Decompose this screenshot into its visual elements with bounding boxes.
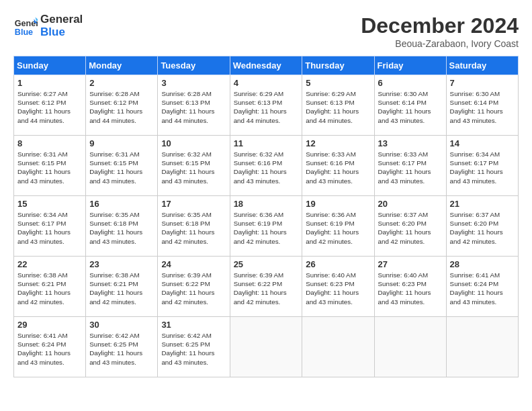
- calendar-cell: 7Sunrise: 6:30 AMSunset: 6:14 PMDaylight…: [446, 75, 518, 136]
- week-row-3: 15Sunrise: 6:34 AMSunset: 6:17 PMDayligh…: [14, 196, 519, 257]
- day-number: 31: [161, 320, 226, 330]
- calendar-cell: 9Sunrise: 6:31 AMSunset: 6:15 PMDaylight…: [86, 136, 158, 196]
- day-info: Sunrise: 6:35 AMSunset: 6:18 PMDaylight:…: [161, 210, 226, 246]
- day-info: Sunrise: 6:42 AMSunset: 6:25 PMDaylight:…: [161, 331, 226, 367]
- calendar-cell: 18Sunrise: 6:36 AMSunset: 6:19 PMDayligh…: [230, 196, 302, 257]
- calendar-cell: 8Sunrise: 6:31 AMSunset: 6:15 PMDaylight…: [14, 136, 86, 196]
- calendar-cell: 1Sunrise: 6:27 AMSunset: 6:12 PMDaylight…: [14, 75, 86, 136]
- day-number: 12: [306, 138, 370, 148]
- col-header-friday: Friday: [374, 56, 446, 75]
- calendar-cell: 15Sunrise: 6:34 AMSunset: 6:17 PMDayligh…: [14, 196, 86, 257]
- calendar-cell: 27Sunrise: 6:40 AMSunset: 6:23 PMDayligh…: [374, 257, 446, 317]
- calendar-cell: 12Sunrise: 6:33 AMSunset: 6:16 PMDayligh…: [302, 136, 374, 196]
- day-info: Sunrise: 6:32 AMSunset: 6:16 PMDaylight:…: [234, 150, 299, 185]
- day-info: Sunrise: 6:40 AMSunset: 6:23 PMDaylight:…: [378, 271, 443, 306]
- col-header-thursday: Thursday: [302, 56, 374, 75]
- day-info: Sunrise: 6:38 AMSunset: 6:21 PMDaylight:…: [17, 271, 82, 306]
- day-number: 17: [161, 199, 226, 209]
- calendar-cell: 19Sunrise: 6:36 AMSunset: 6:19 PMDayligh…: [302, 196, 374, 257]
- day-number: 6: [378, 78, 443, 88]
- day-info: Sunrise: 6:30 AMSunset: 6:14 PMDaylight:…: [378, 89, 443, 125]
- calendar-cell: 14Sunrise: 6:34 AMSunset: 6:17 PMDayligh…: [446, 136, 518, 196]
- calendar-cell: [446, 317, 518, 377]
- col-header-saturday: Saturday: [446, 56, 518, 75]
- day-info: Sunrise: 6:37 AMSunset: 6:20 PMDaylight:…: [450, 210, 515, 246]
- day-number: 3: [161, 78, 226, 88]
- day-info: Sunrise: 6:36 AMSunset: 6:19 PMDaylight:…: [306, 210, 370, 246]
- calendar-cell: 2Sunrise: 6:28 AMSunset: 6:12 PMDaylight…: [86, 75, 158, 136]
- calendar-cell: 3Sunrise: 6:28 AMSunset: 6:13 PMDaylight…: [158, 75, 230, 136]
- day-number: 1: [17, 78, 82, 88]
- day-number: 4: [234, 78, 299, 88]
- calendar-cell: 29Sunrise: 6:41 AMSunset: 6:24 PMDayligh…: [14, 317, 86, 377]
- day-number: 13: [378, 138, 443, 148]
- day-number: 23: [89, 259, 154, 269]
- logo: General Blue General Blue: [13, 13, 83, 38]
- col-header-tuesday: Tuesday: [158, 56, 230, 75]
- calendar-cell: 22Sunrise: 6:38 AMSunset: 6:21 PMDayligh…: [14, 257, 86, 317]
- calendar-cell: 13Sunrise: 6:33 AMSunset: 6:17 PMDayligh…: [374, 136, 446, 196]
- day-info: Sunrise: 6:37 AMSunset: 6:20 PMDaylight:…: [378, 210, 443, 246]
- calendar-cell: 21Sunrise: 6:37 AMSunset: 6:20 PMDayligh…: [446, 196, 518, 257]
- day-info: Sunrise: 6:29 AMSunset: 6:13 PMDaylight:…: [306, 89, 370, 125]
- calendar-cell: [302, 317, 374, 377]
- page-header: General Blue General Blue December 2024 …: [13, 13, 519, 49]
- calendar-cell: 25Sunrise: 6:39 AMSunset: 6:22 PMDayligh…: [230, 257, 302, 317]
- day-info: Sunrise: 6:33 AMSunset: 6:17 PMDaylight:…: [378, 150, 443, 185]
- day-number: 2: [89, 78, 154, 88]
- day-info: Sunrise: 6:31 AMSunset: 6:15 PMDaylight:…: [89, 150, 154, 185]
- day-info: Sunrise: 6:42 AMSunset: 6:25 PMDaylight:…: [89, 331, 154, 367]
- calendar-cell: 6Sunrise: 6:30 AMSunset: 6:14 PMDaylight…: [374, 75, 446, 136]
- logo-line2: Blue: [40, 26, 83, 39]
- day-number: 14: [450, 138, 515, 148]
- day-number: 28: [450, 259, 515, 269]
- day-number: 22: [17, 259, 82, 269]
- day-number: 10: [161, 138, 226, 148]
- col-header-sunday: Sunday: [14, 56, 86, 75]
- calendar-cell: 10Sunrise: 6:32 AMSunset: 6:15 PMDayligh…: [158, 136, 230, 196]
- week-row-4: 22Sunrise: 6:38 AMSunset: 6:21 PMDayligh…: [14, 257, 519, 317]
- calendar-cell: [230, 317, 302, 377]
- calendar-cell: 20Sunrise: 6:37 AMSunset: 6:20 PMDayligh…: [374, 196, 446, 257]
- day-info: Sunrise: 6:31 AMSunset: 6:15 PMDaylight:…: [17, 150, 82, 185]
- day-info: Sunrise: 6:32 AMSunset: 6:15 PMDaylight:…: [161, 150, 226, 185]
- day-info: Sunrise: 6:34 AMSunset: 6:17 PMDaylight:…: [450, 150, 515, 185]
- day-info: Sunrise: 6:30 AMSunset: 6:14 PMDaylight:…: [450, 89, 515, 125]
- calendar-cell: 11Sunrise: 6:32 AMSunset: 6:16 PMDayligh…: [230, 136, 302, 196]
- calendar-cell: 4Sunrise: 6:29 AMSunset: 6:13 PMDaylight…: [230, 75, 302, 136]
- calendar-table: SundayMondayTuesdayWednesdayThursdayFrid…: [13, 56, 519, 377]
- day-number: 25: [234, 259, 299, 269]
- day-number: 9: [89, 138, 154, 148]
- day-number: 18: [234, 199, 299, 209]
- title-block: December 2024 Beoua-Zarabaon, Ivory Coas…: [361, 13, 519, 49]
- calendar-cell: 24Sunrise: 6:39 AMSunset: 6:22 PMDayligh…: [158, 257, 230, 317]
- day-number: 21: [450, 199, 515, 209]
- day-number: 30: [89, 320, 154, 330]
- day-number: 24: [161, 259, 226, 269]
- week-row-1: 1Sunrise: 6:27 AMSunset: 6:12 PMDaylight…: [14, 75, 519, 136]
- calendar-cell: 17Sunrise: 6:35 AMSunset: 6:18 PMDayligh…: [158, 196, 230, 257]
- calendar-cell: 23Sunrise: 6:38 AMSunset: 6:21 PMDayligh…: [86, 257, 158, 317]
- day-number: 5: [306, 78, 370, 88]
- col-header-wednesday: Wednesday: [230, 56, 302, 75]
- day-info: Sunrise: 6:29 AMSunset: 6:13 PMDaylight:…: [234, 89, 299, 125]
- day-info: Sunrise: 6:28 AMSunset: 6:13 PMDaylight:…: [161, 89, 226, 125]
- col-header-monday: Monday: [86, 56, 158, 75]
- day-number: 7: [450, 78, 515, 88]
- day-info: Sunrise: 6:34 AMSunset: 6:17 PMDaylight:…: [17, 210, 82, 246]
- day-number: 11: [234, 138, 299, 148]
- day-info: Sunrise: 6:39 AMSunset: 6:22 PMDaylight:…: [234, 271, 299, 306]
- day-info: Sunrise: 6:28 AMSunset: 6:12 PMDaylight:…: [89, 89, 154, 125]
- calendar-cell: 31Sunrise: 6:42 AMSunset: 6:25 PMDayligh…: [158, 317, 230, 377]
- day-number: 27: [378, 259, 443, 269]
- logo-line1: General: [40, 13, 83, 26]
- calendar-cell: 26Sunrise: 6:40 AMSunset: 6:23 PMDayligh…: [302, 257, 374, 317]
- calendar-cell: [374, 317, 446, 377]
- week-row-2: 8Sunrise: 6:31 AMSunset: 6:15 PMDaylight…: [14, 136, 519, 196]
- calendar-cell: 30Sunrise: 6:42 AMSunset: 6:25 PMDayligh…: [86, 317, 158, 377]
- day-info: Sunrise: 6:39 AMSunset: 6:22 PMDaylight:…: [161, 271, 226, 306]
- day-number: 29: [17, 320, 82, 330]
- day-number: 16: [89, 199, 154, 209]
- day-info: Sunrise: 6:36 AMSunset: 6:19 PMDaylight:…: [234, 210, 299, 246]
- svg-text:Blue: Blue: [15, 27, 33, 36]
